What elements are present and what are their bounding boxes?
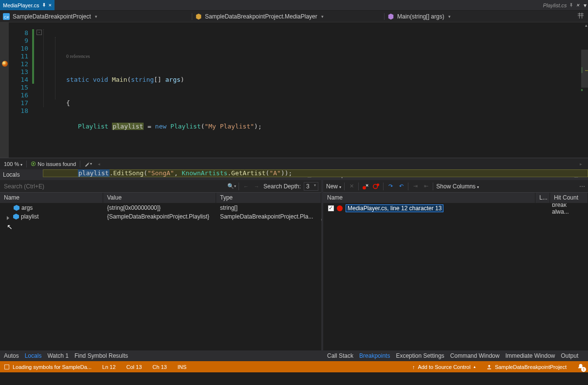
variable-icon xyxy=(13,214,19,220)
publish-button[interactable]: SampleDataBreakpointProject xyxy=(486,364,567,370)
cursor-icon: ↖ xyxy=(7,223,13,231)
local-row[interactable]: playlist {SampleDataBreakpointProject.Pl… xyxy=(0,212,321,221)
class-combo[interactable]: SampleDataBreakpointProject.MediaPlayer … xyxy=(195,13,381,20)
tab-overflow-icon[interactable]: ▾ xyxy=(582,2,588,9)
chevron-down-icon: ▾ xyxy=(320,14,325,19)
status-char[interactable]: Ch 13 xyxy=(152,364,166,370)
tab-immediate[interactable]: Immediate Window xyxy=(505,352,555,359)
breakpoints-tab-group: Call Stack Breakpoints Exception Setting… xyxy=(323,350,588,361)
scroll-overview[interactable]: ▴ xyxy=(581,22,588,158)
source-control-button[interactable]: ↑Add to Source Control▴ xyxy=(412,364,476,370)
navigation-bar: C# SampleDataBreakpointProject ▾ SampleD… xyxy=(0,11,588,22)
pin-icon[interactable] xyxy=(42,3,46,7)
tab-playlist[interactable]: Playlist.cs × xyxy=(540,0,582,10)
tab-breakpoints[interactable]: Breakpoints xyxy=(359,352,390,359)
member-combo[interactable]: Main(string[] args) ▾ xyxy=(387,13,573,20)
scroll-thumb[interactable] xyxy=(581,50,588,88)
breakpoint-margin[interactable] xyxy=(0,22,9,158)
breakpoints-grid[interactable]: MediaPlayer.cs, line 12 character 13 bre… xyxy=(323,203,588,350)
status-line[interactable]: Ln 12 xyxy=(102,364,116,370)
tab-command-window[interactable]: Command Window xyxy=(450,352,499,359)
chevron-down-icon: ▾ xyxy=(447,14,452,19)
notifications-icon[interactable]: 1 xyxy=(577,363,584,371)
publish-icon xyxy=(486,364,492,370)
tab-exception-settings[interactable]: Exception Settings xyxy=(396,352,444,359)
tab-label: MediaPlayer.cs xyxy=(3,2,39,8)
zoom-combo[interactable]: 100 % ▾ xyxy=(4,161,22,167)
codelens[interactable]: 0 references xyxy=(43,54,588,60)
breakpoint-arrow-icon[interactable] xyxy=(2,61,8,67)
local-row[interactable]: args {string[0x00000000]} string[] xyxy=(0,203,321,212)
checkbox[interactable] xyxy=(328,205,334,211)
code-editor[interactable]: 89101112131415161718 - 0 references stat… xyxy=(0,22,588,158)
status-ins[interactable]: INS xyxy=(178,364,186,370)
status-bar: Loading symbols for SampleDa... Ln 12 Co… xyxy=(0,361,588,372)
locals-grid[interactable]: args {string[0x00000000]} string[] playl… xyxy=(0,203,321,350)
tab-callstack[interactable]: Call Stack xyxy=(327,352,353,359)
breakpoint-icon xyxy=(337,205,343,211)
go-to-disasm-icon: ⇤ xyxy=(422,183,430,190)
csharp-project-icon: C# xyxy=(3,13,10,20)
collapse-icon[interactable]: - xyxy=(37,30,42,35)
breakpoint-row[interactable]: MediaPlayer.cs, line 12 character 13 bre… xyxy=(323,203,588,213)
locals-tab-group: Autos Locals Watch 1 Find Symbol Results xyxy=(0,350,321,361)
document-tabs: MediaPlayer.cs × Playlist.cs × ▾ xyxy=(0,0,588,11)
project-combo[interactable]: C# SampleDataBreakpointProject ▾ xyxy=(3,13,189,20)
line-numbers: 89101112131415161718 xyxy=(9,22,32,158)
breakpoint-label[interactable]: MediaPlayer.cs, line 12 character 13 xyxy=(346,204,443,212)
split-window-icon[interactable] xyxy=(576,12,585,20)
svg-rect-5 xyxy=(5,365,9,369)
outlining-margin[interactable]: - xyxy=(36,22,43,158)
tab-output[interactable]: Output xyxy=(561,352,578,359)
status-col[interactable]: Col 13 xyxy=(127,364,142,370)
pin-icon[interactable] xyxy=(569,3,573,7)
loading-icon xyxy=(4,364,10,370)
close-icon[interactable]: × xyxy=(49,2,52,8)
scroll-up-icon[interactable]: ▴ xyxy=(585,23,588,28)
tab-mediaplayer[interactable]: MediaPlayer.cs × xyxy=(0,0,55,10)
expand-icon[interactable] xyxy=(7,215,11,219)
code-surface[interactable]: 0 references static void Main(string[] a… xyxy=(43,22,588,158)
tab-autos[interactable]: Autos xyxy=(4,352,19,359)
chevron-down-icon: ▾ xyxy=(94,14,99,19)
nav-forward-icon: → xyxy=(253,183,260,190)
panel-title: Locals xyxy=(3,171,20,178)
tab-label: Playlist.cs xyxy=(543,2,567,8)
close-icon[interactable]: × xyxy=(576,2,579,8)
tab-find-symbol[interactable]: Find Symbol Results xyxy=(74,352,128,359)
go-to-source-icon: ⇥ xyxy=(411,183,419,190)
status-loading: Loading symbols for SampleDa... xyxy=(4,364,92,370)
class-icon xyxy=(195,13,202,20)
variable-icon xyxy=(14,205,19,211)
svg-text:C#: C# xyxy=(4,15,9,19)
tab-locals[interactable]: Locals xyxy=(25,352,42,359)
tab-watch1[interactable]: Watch 1 xyxy=(47,352,69,359)
method-icon xyxy=(387,13,394,20)
nav-back-icon: ← xyxy=(242,183,250,190)
delete-icon: ✕ xyxy=(348,183,355,190)
